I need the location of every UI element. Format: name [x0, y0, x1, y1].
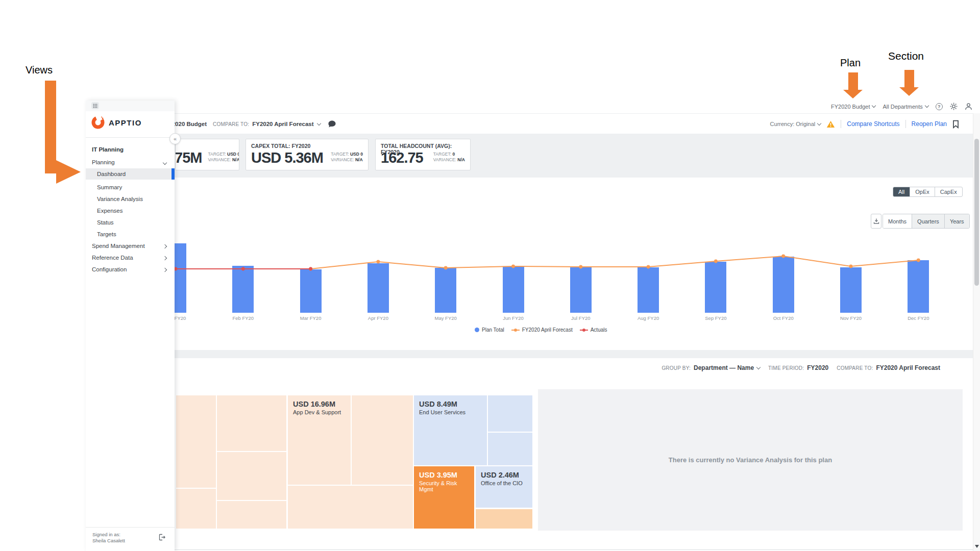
app-grid-icon[interactable] — [91, 102, 99, 109]
chevron-down-icon — [163, 159, 166, 165]
group-by-dropdown[interactable]: GROUP BY: Department — Name — [662, 364, 760, 371]
treemap-cell[interactable] — [488, 395, 532, 432]
sidebar-item-label: Dashboard — [97, 171, 126, 177]
plan-dropdown-label: FY2020 Budget — [831, 104, 870, 110]
legend-label: FY2020 April Forecast — [522, 327, 573, 333]
target-value: USD 0 — [227, 152, 239, 157]
chevron-down-icon — [817, 121, 821, 125]
sidebar-item-expenses[interactable]: Expenses — [86, 205, 175, 216]
sidebar-item-planning[interactable]: Planning — [86, 157, 175, 168]
target-label: TARGET: — [208, 152, 226, 157]
variance-value: N/A — [355, 157, 363, 162]
chart-lines — [153, 235, 973, 324]
vertical-scrollbar[interactable] — [973, 113, 980, 551]
treemap-cell[interactable] — [488, 433, 532, 465]
sidebar-item-summary[interactable]: Summary — [86, 182, 175, 193]
treemap-cell[interactable] — [217, 395, 286, 451]
period-option-months[interactable]: Months — [883, 214, 912, 228]
treemap-cell-end-user-services[interactable]: USD 8.49MEnd User Services — [414, 395, 487, 465]
warning-triangle-icon[interactable] — [826, 120, 835, 128]
sidebar-item-status[interactable]: Status — [86, 217, 175, 228]
plan-dropdown[interactable]: FY2020 Budget — [831, 104, 875, 110]
treemap-cell-name: Office of the CIO — [476, 480, 532, 486]
scrollbar-down-arrow-icon[interactable] — [975, 545, 979, 548]
department-dropdown-label: All Departments — [883, 104, 922, 110]
treemap-cell-name: Security & Risk Mgmt — [414, 480, 474, 492]
legend-item-plan-total[interactable]: Plan Total — [475, 327, 504, 333]
signed-in-info: Signed in as: Sheila Casalett — [92, 532, 125, 544]
plan-arrow-shaft — [848, 72, 858, 90]
currency-dropdown[interactable]: Currency: Original — [770, 121, 821, 127]
scope-option-opex[interactable]: OpEx — [910, 187, 935, 196]
chevron-right-icon — [163, 243, 166, 249]
kpi-targets: TARGET: USD 0 VARIANCE: N/A — [208, 152, 239, 163]
period-option-quarters[interactable]: Quarters — [912, 214, 944, 228]
treemap-cell-security-risk-mgmt[interactable]: USD 3.95MSecurity & Risk Mgmt — [414, 466, 474, 529]
bookmark-icon[interactable] — [952, 120, 959, 129]
download-icon — [873, 218, 879, 224]
sign-out-icon[interactable] — [159, 534, 165, 543]
download-button[interactable] — [871, 214, 881, 229]
kpi-card-opex: 75M TARGET: USD 0 VARIANCE: N/A — [175, 139, 239, 170]
user-icon[interactable] — [965, 103, 972, 110]
sidebar-item-dashboard[interactable]: Dashboard — [86, 168, 175, 180]
kpi-value: 75M — [175, 150, 202, 165]
scope-option-capex[interactable]: CapEx — [935, 187, 962, 196]
legend-item-fy2020-april-forecast[interactable]: FY2020 April Forecast — [511, 327, 573, 333]
variance-empty-panel: There is currently no Variance Analysis … — [538, 389, 963, 531]
section-arrow-head — [899, 87, 919, 96]
scrollbar-thumb[interactable] — [974, 139, 979, 286]
group-by-label: GROUP BY: — [662, 365, 691, 371]
sidebar-item-label: Status — [97, 219, 114, 226]
period-option-years[interactable]: Years — [944, 214, 969, 228]
sidebar-item-targets[interactable]: Targets — [86, 229, 175, 240]
department-dropdown[interactable]: All Departments — [883, 104, 928, 110]
treemap-cell[interactable] — [176, 395, 216, 488]
variance-label: VARIANCE: — [208, 157, 231, 162]
treemap-cell[interactable] — [288, 486, 413, 529]
apptio-logo-icon — [91, 115, 105, 130]
kpi-targets: TARGET: USD 0 VARIANCE: N/A — [331, 152, 363, 163]
treemap-cell[interactable] — [217, 501, 286, 529]
sidebar-item-configuration[interactable]: Configuration — [86, 264, 175, 275]
compare-shortcuts-link[interactable]: Compare Shortcuts — [847, 120, 899, 128]
comment-bubble-icon[interactable] — [328, 120, 336, 129]
help-icon[interactable]: ? — [936, 103, 943, 110]
sidebar-collapse-button[interactable]: « — [169, 133, 181, 144]
treemap-cell[interactable] — [217, 452, 286, 500]
gear-icon[interactable] — [950, 103, 958, 110]
scope-option-all[interactable]: All — [893, 187, 910, 196]
treemap-cell-name: End User Services — [414, 409, 487, 415]
chevron-right-icon — [163, 266, 166, 272]
sidebar-item-spend-management[interactable]: Spend Management — [86, 240, 175, 252]
chevron-down-icon[interactable] — [316, 121, 321, 125]
sidebar-item-label: Spend Management — [92, 243, 145, 249]
sidebar-item-label: Planning — [92, 159, 115, 165]
compare-to-label: COMPARE TO: — [213, 121, 249, 127]
compare-to-value[interactable]: FY2020 April Forecast — [252, 121, 313, 127]
target-label: TARGET: — [433, 152, 451, 157]
plan-total-chart[interactable]: Jan FY20Feb FY20Mar FY20Apr FY20May FY20… — [153, 235, 973, 324]
treemap-cell[interactable] — [476, 509, 532, 529]
sidebar-item-label: IT Planning — [92, 146, 124, 153]
treemap-cell[interactable] — [352, 395, 413, 485]
legend-item-actuals[interactable]: Actuals — [580, 327, 607, 333]
reopen-plan-link[interactable]: Reopen Plan — [912, 120, 947, 128]
sidebar-item-reference-data[interactable]: Reference Data — [86, 252, 175, 263]
views-annotation-label: Views — [26, 64, 53, 76]
apptio-logo-text: APPTIO — [109, 118, 142, 127]
sidebar-item-variance-analysis[interactable]: Variance Analysis — [86, 193, 175, 205]
views-arrow-head — [56, 160, 81, 184]
treemap-cell[interactable] — [176, 489, 216, 529]
treemap-cell-app-dev-support[interactable]: USD 16.96MApp Dev & Support — [288, 395, 351, 485]
treemap-cell-name: App Dev & Support — [288, 409, 351, 415]
kpi-value: 162.75 — [381, 150, 423, 165]
sidebar-top-strip — [86, 101, 175, 111]
chevron-down-icon — [756, 365, 761, 369]
target-value: 0 — [452, 152, 455, 157]
period-toggle-group: MonthsQuartersYears — [883, 214, 970, 229]
chart-legend: Plan TotalFY2020 April ForecastActuals — [475, 327, 607, 333]
treemap-cell-office-of-the-cio[interactable]: USD 2.46MOffice of the CIO — [476, 466, 532, 508]
legend-marker — [511, 329, 520, 332]
plan-arrow-head — [843, 90, 863, 98]
